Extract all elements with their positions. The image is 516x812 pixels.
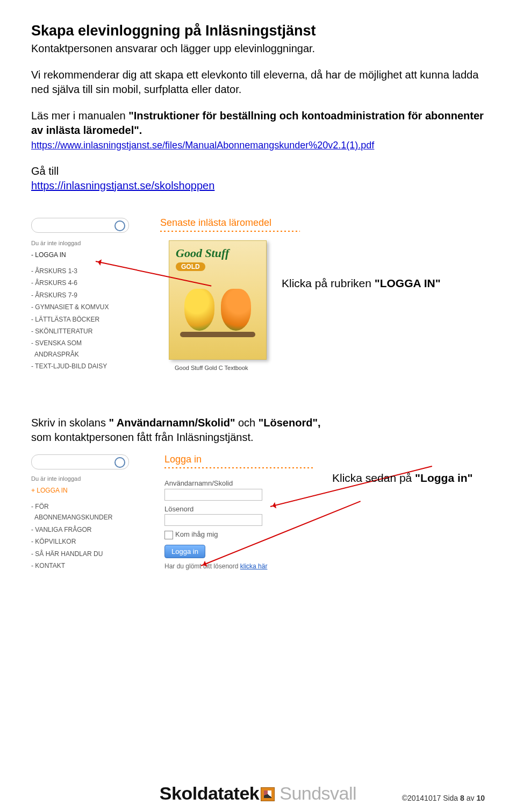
sidebar-item[interactable]: - TEXT-LJUD-BILD DAISY [31,361,139,372]
mid-pre: Skriv in skolans [31,417,109,429]
sidebar-item[interactable]: - LÄTTLÄSTA BÖCKER [31,314,139,325]
divider-dots [160,231,300,232]
sidebar-item[interactable]: - GYMNASIET & KOMVUX [31,302,139,312]
brand-sundsvall: Sundsvall [280,783,356,803]
brand-chip-icon [261,787,275,801]
goto-paragraph: Gå till https://inlasningstjanst.se/skol… [31,164,485,193]
remember-checkbox[interactable] [164,531,173,539]
sidebar-item[interactable]: - KONTAKT [31,560,139,571]
brand-skoldatatek: Skoldatatek [160,783,259,803]
sidebar-item[interactable]: - VANLIGA FRÅGOR [31,524,139,535]
not-logged-label: Du är inte inloggad [31,238,139,248]
mid-instruction: Skriv in skolans " Användarnamn/Skolid" … [31,416,485,445]
manual-reference: Läs mer i manualen "Instruktioner för be… [31,109,485,152]
book-cover[interactable]: Good Stuff GOLD Good Stuff Gold C Textbo… [169,240,267,360]
sidebar-item[interactable]: - ÅRSKURS 4-6 [31,277,139,288]
main-heading: Logga in [164,454,202,464]
callout-logga-in-btn: Klicka sedan på "Logga in" [332,472,504,485]
callout-bold: "Logga in" [415,472,472,484]
intro-paragraph-1: Kontaktpersonen ansvarar och lägger upp … [31,41,485,56]
remember-row: Kom ihåg mig [164,530,267,539]
mid-mid: och [235,417,258,429]
search-input[interactable] [31,218,129,233]
divider-dots [164,467,315,468]
login-form: Användarnamn/Skolid Lösenord Kom ihåg mi… [164,475,267,570]
callout-logga-in: Klicka på rubriken "LOGGA IN" [282,277,454,290]
search-input[interactable] [31,454,129,469]
callout-text: Klicka på rubriken [282,277,375,289]
sidebar-item[interactable]: - SVENSKA SOM ANDRASPRÅK [31,338,139,360]
pagenum-current: 8 [460,794,464,802]
sidebar-item[interactable]: - SKÖNLITTERATUR [31,326,139,337]
sidebar-1: Du är inte inloggad - LOGGA IN - ÅRSKURS… [31,238,139,372]
book-caption: Good Stuff Gold C Textbook [175,365,248,371]
bird-icon [221,289,251,331]
label-password: Lösenord [164,505,267,514]
label-remember: Kom ihåg mig [175,530,218,538]
username-input[interactable] [164,489,262,501]
label-username: Användarnamn/Skolid [164,479,267,488]
goto-lead: Gå till [31,165,59,177]
main-heading: Senaste inlästa läromedel [160,218,271,227]
sidebar-item[interactable]: - ÅRSKURS 7-9 [31,290,139,301]
page-number: ©20141017 Sida 8 av 10 [402,794,485,802]
forgot-link[interactable]: klicka här [240,562,268,570]
mid-bold2: "Lösenord", [259,417,321,429]
manual-lead: Läs mer i manualen [31,110,128,122]
password-input[interactable] [164,514,262,526]
screenshot-body-1: Du är inte inloggad - LOGGA IN - ÅRSKURS… [31,212,364,374]
perch-icon [180,332,255,337]
mid-bold1: " Användarnamn/Skolid" [109,417,235,429]
login-button[interactable]: Logga in [164,545,205,558]
sidebar-item[interactable]: - FÖR ABONNEMANGSKUNDER [31,501,139,523]
pagenum-total: 10 [476,794,485,802]
manual-link[interactable]: https://www.inlasningstjanst.se/files/Ma… [31,140,374,151]
callout-bold: "LOGGA IN" [375,277,441,289]
book-art [180,281,255,340]
page-title: Skapa elevinloggning på Inläsningstjänst [31,23,485,39]
skolshoppen-link[interactable]: https://inlasningstjanst.se/skolshoppen [31,180,214,191]
book-title: Good Stuff [169,241,266,259]
screenshot-latest-laromedel: INLÄSTA LÄROMEDEL Du är inte inloggad - … [31,212,364,374]
page-footer: SkoldatatekSundsvall ©20141017 Sida 8 av… [0,784,516,802]
sidebar-item-logga-in[interactable]: - LOGGA IN [31,250,139,260]
not-logged-label: Du är inte inloggad [31,474,139,484]
sidebar-2: Du är inte inloggad + LOGGA IN - FÖR ABO… [31,474,139,571]
book-badge: GOLD [176,262,205,271]
sidebar-item-logga-in-expanded[interactable]: + LOGGA IN [31,485,139,496]
pagenum-pre: ©20141017 Sida [402,794,460,802]
screenshot-login: Du är inte inloggad + LOGGA IN - FÖR ABO… [31,452,375,597]
forgot-row: Har du glömt ditt lösenord klicka här [164,562,267,570]
mid-line2: som kontaktpersonen fått från Inläsnings… [31,431,254,443]
sidebar-item[interactable]: - KÖPVILLKOR [31,536,139,547]
callout-text: Klicka sedan på [332,472,415,484]
pagenum-mid: av [464,794,477,802]
sidebar-item[interactable]: - SÅ HÄR HANDLAR DU [31,549,139,559]
intro-paragraph-2: Vi rekommenderar dig att skapa ett elevk… [31,68,485,97]
bird-icon [184,289,214,331]
